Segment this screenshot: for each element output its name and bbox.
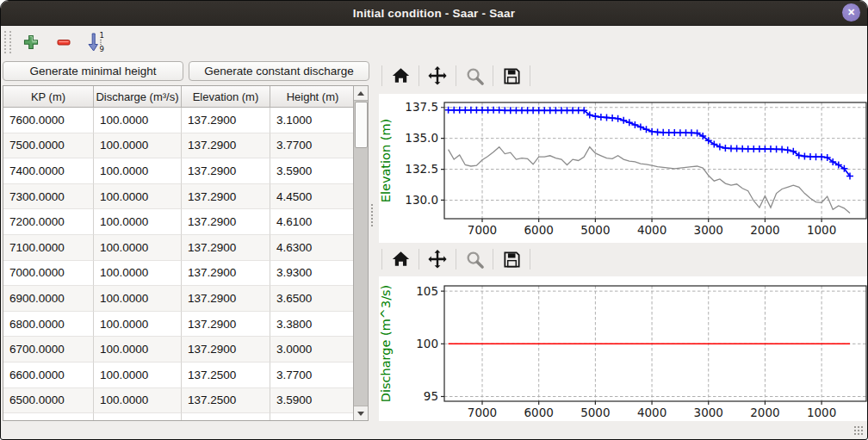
add-row-button[interactable] bbox=[18, 29, 44, 55]
table-cell[interactable]: 3.5900 bbox=[270, 158, 355, 184]
table-cell[interactable]: 6900.0000 bbox=[3, 286, 94, 312]
column-header-discharge[interactable]: Discharge (m³/s) bbox=[94, 86, 182, 107]
table-cell[interactable]: 100.0000 bbox=[94, 108, 182, 133]
table-row[interactable]: 7200.0000100.0000137.29004.6100 bbox=[3, 209, 368, 235]
table-cell[interactable] bbox=[270, 413, 355, 421]
table-row[interactable] bbox=[3, 413, 368, 421]
table-cell[interactable]: 3.1000 bbox=[270, 108, 355, 133]
chart1-pan-button[interactable] bbox=[424, 63, 451, 89]
table-cell[interactable]: 6700.0000 bbox=[3, 337, 94, 363]
chart2-home-button[interactable] bbox=[387, 246, 414, 272]
table-cell[interactable]: 137.2900 bbox=[182, 312, 270, 338]
chart1-zoom-button[interactable] bbox=[461, 63, 488, 89]
table-cell[interactable]: 7300.0000 bbox=[3, 184, 94, 210]
table-cell[interactable]: 100.0000 bbox=[94, 184, 182, 210]
table-cell[interactable]: 4.6300 bbox=[270, 235, 355, 261]
close-button[interactable]: ✕ bbox=[842, 3, 860, 22]
table-row[interactable]: 7300.0000100.0000137.29004.4500 bbox=[3, 184, 368, 210]
table-cell[interactable]: 137.2900 bbox=[182, 209, 270, 235]
chart1-save-button[interactable] bbox=[498, 63, 525, 89]
save-floppy-icon bbox=[502, 250, 522, 270]
table-cell[interactable] bbox=[3, 413, 94, 421]
table-cell[interactable]: 3.9300 bbox=[270, 261, 355, 287]
chart2-pan-button[interactable] bbox=[424, 246, 451, 272]
table-cell[interactable]: 100.0000 bbox=[94, 286, 182, 312]
table-cell[interactable]: 137.2900 bbox=[182, 133, 270, 159]
elevation-chart[interactable]: 7000600050004000300020001000137.5135.013… bbox=[379, 94, 867, 243]
table-row[interactable]: 6700.0000100.0000137.29003.0000 bbox=[3, 337, 368, 363]
initial-condition-table: KP (m) Discharge (m³/s) Elevation (m) He… bbox=[3, 85, 369, 421]
table-cell[interactable]: 3.6500 bbox=[270, 286, 355, 312]
table-row[interactable]: 6800.0000100.0000137.29003.3800 bbox=[3, 312, 368, 338]
table-cell[interactable]: 100.0000 bbox=[94, 235, 182, 261]
scroll-up-button[interactable] bbox=[354, 86, 368, 101]
table-cell[interactable]: 6500.0000 bbox=[3, 388, 94, 414]
svg-text:2000: 2000 bbox=[750, 223, 779, 237]
chart1-home-button[interactable] bbox=[387, 63, 414, 89]
table-cell[interactable]: 6800.0000 bbox=[3, 312, 94, 338]
sort-rows-button[interactable]: 1 9 bbox=[84, 29, 109, 55]
chart2-zoom-button[interactable] bbox=[461, 246, 488, 272]
table-cell[interactable]: 100.0000 bbox=[94, 312, 182, 338]
table-cell[interactable]: 137.2900 bbox=[182, 108, 270, 133]
table-cell[interactable]: 137.2900 bbox=[182, 261, 270, 287]
table-cell[interactable]: 100.0000 bbox=[94, 209, 182, 235]
table-cell[interactable]: 137.2900 bbox=[182, 337, 270, 363]
table-cell[interactable]: 3.7700 bbox=[270, 363, 355, 388]
panel-splitter-handle[interactable] bbox=[371, 204, 376, 226]
table-cell[interactable]: 7500.0000 bbox=[3, 133, 94, 159]
table-cell[interactable]: 137.2900 bbox=[182, 184, 270, 210]
table-cell[interactable] bbox=[94, 413, 182, 421]
table-cell[interactable]: 100.0000 bbox=[94, 261, 182, 287]
table-cell[interactable]: 3.5900 bbox=[270, 388, 355, 414]
generate-minimal-height-button[interactable]: Generate minimal height bbox=[3, 61, 183, 81]
table-row[interactable]: 6900.0000100.0000137.29003.6500 bbox=[3, 286, 368, 312]
table-cell[interactable]: 137.2500 bbox=[182, 363, 270, 388]
table-cell[interactable]: 3.7700 bbox=[270, 133, 355, 159]
table-row[interactable]: 6600.0000100.0000137.25003.7700 bbox=[3, 363, 368, 388]
table-cell[interactable]: 4.4500 bbox=[270, 184, 355, 210]
table-cell[interactable]: 3.0000 bbox=[270, 337, 355, 363]
table-cell[interactable]: 137.2900 bbox=[182, 286, 270, 312]
table-row[interactable]: 7500.0000100.0000137.29003.7700 bbox=[3, 133, 368, 159]
table-cell[interactable]: 137.2500 bbox=[182, 388, 270, 414]
table-row[interactable]: 7100.0000100.0000137.29004.6300 bbox=[3, 235, 368, 261]
table-cell[interactable]: 100.0000 bbox=[94, 388, 182, 414]
table-cell[interactable]: 7100.0000 bbox=[3, 235, 94, 261]
svg-text:4000: 4000 bbox=[637, 406, 666, 419]
table-row[interactable]: 6500.0000100.0000137.25003.5900 bbox=[3, 388, 368, 414]
table-scrollbar[interactable] bbox=[353, 86, 368, 420]
table-cell[interactable]: 7000.0000 bbox=[3, 261, 94, 287]
column-header-kp[interactable]: KP (m) bbox=[3, 86, 94, 107]
table-cell[interactable]: 7400.0000 bbox=[3, 158, 94, 184]
table-cell[interactable]: 7200.0000 bbox=[3, 209, 94, 235]
table-cell[interactable]: 100.0000 bbox=[94, 133, 182, 159]
resize-grip[interactable] bbox=[853, 425, 864, 436]
discharge-chart[interactable]: 700060005000400030002000100010510095Disc… bbox=[379, 276, 867, 421]
minus-icon bbox=[56, 34, 71, 50]
chart2-save-button[interactable] bbox=[498, 246, 525, 272]
remove-row-button[interactable] bbox=[51, 29, 77, 55]
table-cell[interactable] bbox=[182, 413, 270, 421]
column-header-elevation[interactable]: Elevation (m) bbox=[182, 86, 270, 107]
table-row[interactable]: 7600.0000100.0000137.29003.1000 bbox=[3, 108, 368, 133]
toolbar-drag-handle[interactable] bbox=[4, 31, 11, 53]
column-header-height[interactable]: Height (m) bbox=[270, 86, 355, 107]
table-cell[interactable]: 137.2900 bbox=[182, 158, 270, 184]
table-cell[interactable]: 137.2900 bbox=[182, 235, 270, 261]
table-cell[interactable]: 100.0000 bbox=[94, 158, 182, 184]
table-cell[interactable]: 100.0000 bbox=[94, 337, 182, 363]
table-cell[interactable]: 7600.0000 bbox=[3, 108, 94, 133]
titlebar[interactable]: Initial condition - Saar - Saar ✕ bbox=[1, 1, 867, 26]
discharge-chart-toolbar bbox=[377, 243, 868, 276]
table-cell[interactable]: 6600.0000 bbox=[3, 363, 94, 388]
scroll-down-button[interactable] bbox=[354, 406, 368, 420]
scrollbar-thumb[interactable] bbox=[355, 102, 368, 148]
generate-constant-discharge-button[interactable]: Generate constant discharge bbox=[189, 61, 369, 81]
table-row[interactable]: 7400.0000100.0000137.29003.5900 bbox=[3, 158, 368, 184]
table-row[interactable]: 7000.0000100.0000137.29003.9300 bbox=[3, 261, 368, 287]
table-cell[interactable]: 100.0000 bbox=[94, 363, 182, 388]
svg-text:6000: 6000 bbox=[524, 406, 554, 419]
table-cell[interactable]: 3.3800 bbox=[270, 312, 355, 338]
table-cell[interactable]: 4.6100 bbox=[270, 209, 355, 235]
